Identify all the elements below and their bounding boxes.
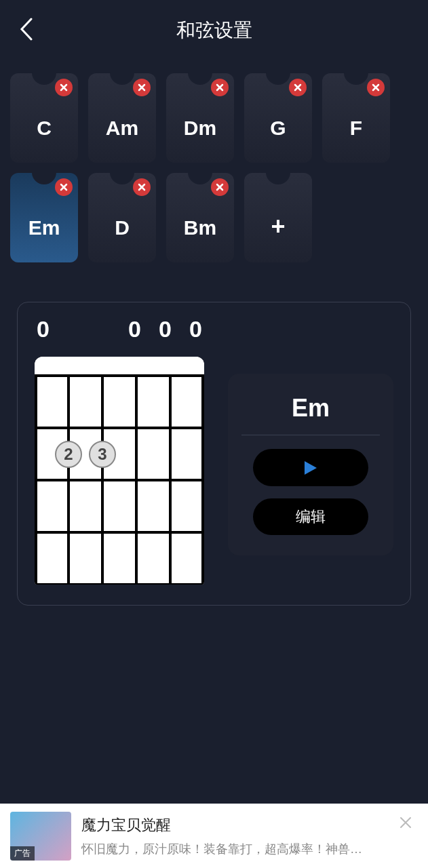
string-line [201,376,204,585]
remove-chord-button[interactable] [133,79,151,96]
tile-notch [110,172,134,184]
fretboard-container: 0000 23 [35,323,204,585]
chord-name-display: Em [292,394,330,422]
remove-chord-button[interactable] [211,79,229,96]
chord-tile[interactable]: Am [88,73,156,163]
play-icon [303,460,318,476]
close-icon [60,183,68,191]
close-icon [60,83,68,92]
open-string-marker [58,316,89,342]
add-chord-button[interactable]: + [244,173,312,262]
close-icon [399,816,412,829]
plus-icon: + [271,212,285,241]
string-line [67,376,70,585]
chord-grid: C Am Dm G F [0,61,428,275]
close-icon [372,83,380,92]
chord-label: Bm [184,216,216,239]
open-string-marker [89,316,119,342]
fret-line [35,531,204,534]
remove-chord-button[interactable] [133,178,151,196]
chord-label: Am [106,117,138,140]
fret-line [35,479,204,481]
remove-chord-button[interactable] [367,79,385,96]
chord-info-panel: Em 编辑 [228,374,393,555]
divider [241,435,380,435]
chord-label: D [115,216,130,239]
chord-label: G [270,117,286,140]
ad-tag: 广告 [10,846,35,861]
chord-tile[interactable]: Dm [166,73,234,163]
tile-notch [266,172,290,184]
page-title: 和弦设置 [176,18,252,43]
ad-description: 怀旧魔力，原汁原味！装备靠打，超高爆率！神兽… [81,841,383,857]
chord-tile[interactable]: Bm [166,173,234,262]
tile-notch [110,73,134,85]
close-icon [294,83,302,92]
open-strings-row: 0000 [28,316,211,342]
chord-tile[interactable]: Em [10,173,78,262]
tile-notch [188,73,212,85]
header: 和弦设置 [0,0,428,61]
chord-label: C [37,117,52,140]
close-icon [138,183,146,191]
close-icon [216,83,224,92]
tile-notch [32,73,56,85]
close-icon [216,183,224,191]
chord-tile[interactable]: D [88,173,156,262]
play-button[interactable] [253,449,368,486]
string-line [101,376,104,585]
open-string-marker: 0 [119,316,150,342]
ad-close-button[interactable] [393,810,418,837]
ad-banner[interactable]: 广告 魔力宝贝觉醒 怀旧魔力，原汁原味！装备靠打，超高爆率！神兽… [0,804,428,868]
open-string-marker: 0 [150,316,180,342]
open-string-marker: 0 [28,316,58,342]
fret-line [35,583,204,585]
tile-notch [188,172,212,184]
tile-notch [344,73,368,85]
finger-position: 3 [89,441,116,468]
ad-title: 魔力宝贝觉醒 [81,815,383,835]
back-button[interactable] [19,18,33,43]
chord-label: F [350,117,362,140]
fret-line [35,427,204,429]
edit-button[interactable]: 编辑 [253,498,368,535]
chord-tile[interactable]: C [10,73,78,163]
fret-line [35,374,204,377]
string-line [35,376,37,585]
chord-tile[interactable]: F [322,73,390,163]
chord-label: Em [28,216,60,239]
remove-chord-button[interactable] [289,79,307,96]
fretboard: 23 [35,357,204,585]
tile-notch [32,172,56,184]
close-icon [138,83,146,92]
open-string-marker: 0 [180,316,211,342]
string-line [169,376,172,585]
remove-chord-button[interactable] [55,178,73,196]
chord-detail-panel: 0000 23 Em 编辑 [17,302,411,606]
ad-image: 广告 [10,812,71,861]
chord-tile[interactable]: G [244,73,312,163]
string-line [135,376,138,585]
remove-chord-button[interactable] [211,178,229,196]
finger-position: 2 [55,441,82,468]
fretboard-nut [35,357,204,376]
ad-content: 魔力宝贝觉醒 怀旧魔力，原汁原味！装备靠打，超高爆率！神兽… [81,815,383,857]
remove-chord-button[interactable] [55,79,73,96]
tile-notch [266,73,290,85]
chord-label: Dm [184,117,216,140]
